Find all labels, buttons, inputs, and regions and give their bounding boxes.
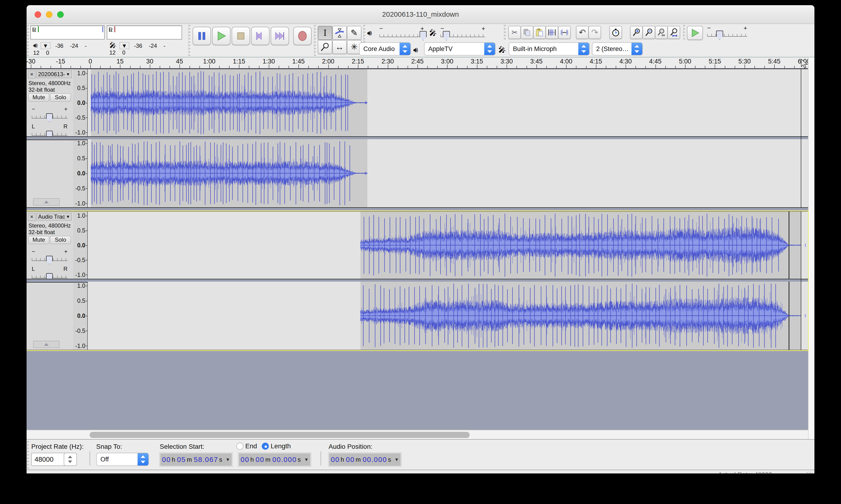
meter-dropdown-arrow[interactable]: ▼: [120, 42, 129, 49]
gain-slider[interactable]: −+: [32, 111, 68, 120]
slider-thumb[interactable]: [443, 31, 450, 40]
vertical-scrollbar[interactable]: [808, 57, 815, 439]
selection-start-field[interactable]: 00h 05m 58.067s ▼: [160, 453, 232, 466]
selection-length-field[interactable]: 00h 00m 00.000s ▼: [238, 453, 311, 466]
recording-device-select[interactable]: Built-in Microph: [509, 42, 590, 55]
slider-thumb[interactable]: [716, 31, 723, 40]
toolbar-grip[interactable]: [504, 25, 506, 39]
chevron-down-icon[interactable]: ▼: [226, 457, 230, 462]
toolbar-grip[interactable]: [314, 25, 316, 56]
mute-button[interactable]: Mute: [29, 93, 49, 102]
zoom-out-icon: [645, 28, 653, 37]
waveform-left-channel[interactable]: [88, 212, 808, 279]
playback-meter[interactable]: L R: [30, 25, 105, 39]
solo-button[interactable]: Solo: [50, 93, 71, 102]
double-arrow-icon: ↔: [335, 43, 344, 51]
close-track-button[interactable]: ×: [28, 213, 36, 221]
draw-tool-button[interactable]: ✎: [347, 26, 361, 40]
gain-slider[interactable]: −+: [32, 253, 68, 263]
toolbar-grip[interactable]: [27, 25, 30, 56]
slider-thumb[interactable]: [46, 256, 53, 264]
radio-icon[interactable]: [236, 443, 244, 450]
pan-left-label: L: [32, 123, 35, 130]
waveform-left-channel[interactable]: [88, 69, 808, 136]
track-name-menu[interactable]: Audio Trac▼: [36, 213, 72, 220]
chevron-down-icon[interactable]: ▼: [394, 457, 399, 462]
silence-audio-button[interactable]: [558, 26, 571, 39]
undo-icon: ↶: [579, 28, 586, 37]
horizontal-scrollbar[interactable]: [26, 430, 808, 439]
stopwatch-button[interactable]: [609, 26, 622, 39]
recording-meter[interactable]: L R: [107, 25, 182, 39]
ruler-label: 4:30: [620, 58, 632, 65]
collapse-track-button[interactable]: [33, 341, 59, 348]
slider-thumb[interactable]: [46, 113, 53, 122]
project-rate-input[interactable]: 48000: [31, 453, 66, 466]
record-button[interactable]: [293, 27, 311, 45]
timeline-ruler[interactable]: -30-1501530451:001:151:301:452:002:152:3…: [26, 57, 815, 69]
skip-to-end-button[interactable]: [271, 27, 289, 45]
project-rate-stepper[interactable]: [64, 453, 77, 466]
track-name-menu[interactable]: 20200613-▼: [36, 71, 72, 78]
recording-channels-select[interactable]: 2 (Stereo…: [592, 42, 643, 55]
microphone-icon[interactable]: 🎤︎: [109, 41, 117, 49]
track-bitdepth-info: 32-bit float: [29, 229, 55, 236]
playback-device-select[interactable]: AppleTV: [424, 42, 496, 55]
resize-grip[interactable]: [806, 471, 813, 473]
copy-button[interactable]: [521, 26, 533, 39]
cut-button[interactable]: ✂: [508, 26, 521, 39]
recording-volume-slider[interactable]: − +: [441, 31, 485, 39]
playback-volume-slider[interactable]: − +: [379, 31, 424, 39]
toolbar-grip[interactable]: [683, 25, 685, 39]
solo-button[interactable]: Solo: [50, 236, 71, 244]
play-speed-slider[interactable]: − +: [707, 31, 747, 39]
audio-position-field[interactable]: 00h 00m 00.000s ▼: [328, 453, 401, 466]
zoom-selection-icon: [657, 28, 665, 37]
audio-track-1[interactable]: × 20200613-▼ Stereo, 48000Hz 32-bit floa…: [26, 69, 808, 208]
envelope-tool-button[interactable]: [332, 26, 347, 40]
audio-track-2[interactable]: × Audio Trac▼ Stereo, 48000Hz 32-bit flo…: [26, 211, 808, 350]
zoom-selection-button[interactable]: [655, 26, 668, 39]
redo-button[interactable]: ↷: [588, 26, 601, 39]
meter-dropdown-arrow[interactable]: ▼: [41, 42, 51, 49]
paste-button[interactable]: [533, 26, 546, 39]
vertical-scale[interactable]: 1.00.50.0-0.5-1.0: [73, 282, 88, 350]
selection-end-radio[interactable]: End: [236, 443, 257, 450]
zoom-out-button[interactable]: [643, 26, 655, 39]
radio-icon[interactable]: [262, 443, 269, 450]
skip-to-start-button[interactable]: [251, 27, 269, 45]
trim-audio-button[interactable]: [545, 26, 558, 39]
pause-button[interactable]: [193, 27, 211, 45]
title-bar[interactable]: 20200613-110_mixdown: [26, 5, 815, 24]
close-track-button[interactable]: ×: [28, 71, 36, 78]
selection-length-radio[interactable]: Length: [262, 443, 291, 450]
play-button[interactable]: [212, 27, 231, 45]
speaker-icon[interactable]: 🔊︎: [33, 41, 38, 49]
meter-start-tick: [114, 26, 115, 32]
chevron-down-icon[interactable]: ▼: [304, 457, 309, 462]
undo-button[interactable]: ↶: [576, 26, 589, 39]
zoom-in-button[interactable]: [630, 26, 643, 39]
mute-button[interactable]: Mute: [29, 236, 49, 244]
minus-label: −: [32, 248, 35, 255]
toolbar-grip[interactable]: [189, 25, 191, 56]
slider-thumb[interactable]: [419, 31, 427, 40]
vertical-scale[interactable]: 1.00.50.0-0.5-1.0: [73, 69, 88, 136]
zoom-fit-button[interactable]: [667, 26, 680, 39]
stop-button[interactable]: [232, 27, 250, 45]
selection-tool-button[interactable]: I: [318, 26, 332, 40]
time-shift-tool-button[interactable]: ↔: [332, 40, 347, 54]
collapse-track-button[interactable]: [33, 198, 59, 205]
ruler-label: 1:30: [263, 58, 275, 65]
vertical-scale[interactable]: 1.00.50.0-0.5-1.0: [73, 212, 88, 279]
vertical-scale[interactable]: 1.00.50.0-0.5-1.0: [73, 139, 88, 207]
play-at-speed-button[interactable]: [687, 26, 703, 40]
toolbar-grip[interactable]: [27, 441, 30, 469]
meter-scale-numbers: -36-24-120: [109, 42, 165, 56]
zoom-tool-button[interactable]: [318, 40, 332, 54]
horizontal-scrollbar-thumb[interactable]: [90, 432, 470, 438]
snap-to-select[interactable]: Off: [96, 453, 149, 466]
audio-host-select[interactable]: Core Audio: [359, 42, 411, 55]
waveform-right-channel[interactable]: [88, 282, 808, 350]
waveform-right-channel[interactable]: [88, 139, 808, 207]
